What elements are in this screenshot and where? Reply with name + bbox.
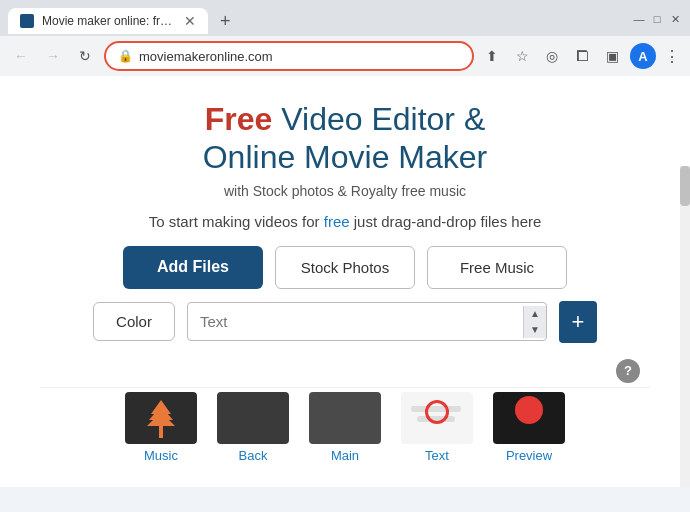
heading-line2: Online Movie Maker (40, 138, 650, 176)
text-input[interactable] (188, 303, 523, 340)
tab-music[interactable]: Music (125, 392, 197, 463)
main-heading: Free Video Editor & Online Movie Maker (40, 100, 650, 177)
svg-rect-0 (159, 424, 163, 438)
lock-icon: 🔒 (118, 49, 133, 63)
new-tab-button[interactable]: + (212, 6, 239, 36)
drag-text: To start making videos for free just dra… (40, 213, 650, 230)
help-button[interactable]: ? (616, 359, 640, 383)
color-button[interactable]: Color (93, 302, 175, 341)
preview-record-icon (515, 396, 543, 424)
scrollbar-track (680, 166, 690, 487)
drag-text-after: just drag-and-drop files here (350, 213, 542, 230)
plus-button[interactable]: + (559, 301, 597, 343)
window-controls: — □ ✕ (632, 12, 682, 30)
tools-row: Color ▲ ▼ + (40, 301, 650, 343)
tab-favicon (20, 14, 34, 28)
tab-text[interactable]: Text (401, 392, 473, 463)
music-tree-icon (143, 396, 179, 440)
address-bar[interactable]: 🔒 moviemakeronline.com (104, 41, 474, 71)
tab-preview-thumb (493, 392, 565, 444)
tab-bar: Movie maker online: free video e... ✕ + … (0, 0, 690, 36)
main-thumb-bg (309, 392, 381, 444)
heading-rest: Video Editor & (272, 101, 485, 137)
text-circle-icon (425, 400, 449, 424)
tab-text-label: Text (425, 448, 449, 463)
maximize-button[interactable]: □ (650, 12, 664, 26)
add-files-button[interactable]: Add Files (123, 246, 263, 289)
tab-preview[interactable]: Preview (493, 392, 565, 463)
tab-main-thumb (309, 392, 381, 444)
text-input-wrapper: ▲ ▼ (187, 302, 547, 341)
tab-main[interactable]: Main (309, 392, 381, 463)
subtitle: with Stock photos & Royalty free music (40, 183, 650, 199)
tab-close-button[interactable]: ✕ (184, 14, 196, 28)
close-window-button[interactable]: ✕ (668, 12, 682, 26)
tab-music-thumb (125, 392, 197, 444)
help-row: ? (40, 359, 650, 383)
address-bar-row: ← → ↻ 🔒 moviemakeronline.com ⬆ ☆ ◎ ⧠ ▣ A… (0, 36, 690, 76)
minimize-button[interactable]: — (632, 12, 646, 26)
tab-back-thumb (217, 392, 289, 444)
menu-button[interactable]: ⋮ (662, 47, 682, 66)
music-thumb-bg (125, 392, 197, 444)
profile-button[interactable]: A (630, 43, 656, 69)
back-button[interactable]: ← (8, 43, 34, 69)
tab-title: Movie maker online: free video e... (42, 14, 176, 28)
forward-button[interactable]: → (40, 43, 66, 69)
tab-back-label: Back (239, 448, 268, 463)
target-icon[interactable]: ◎ (540, 44, 564, 68)
active-tab[interactable]: Movie maker online: free video e... ✕ (8, 8, 208, 34)
preview-thumb-bg (493, 392, 565, 444)
tab-main-label: Main (331, 448, 359, 463)
bookmark-icon[interactable]: ☆ (510, 44, 534, 68)
tab-text-thumb (401, 392, 473, 444)
share-icon[interactable]: ⬆ (480, 44, 504, 68)
drag-text-before: To start making videos for (149, 213, 324, 230)
tab-music-label: Music (144, 448, 178, 463)
scrollbar-thumb[interactable] (680, 166, 690, 206)
sidebar-icon[interactable]: ▣ (600, 44, 624, 68)
back-thumb-bg (217, 392, 289, 444)
tab-preview-label: Preview (506, 448, 552, 463)
scroll-arrows: ▲ ▼ (523, 306, 546, 338)
main-buttons-row: Add Files Stock Photos Free Music (40, 246, 650, 289)
heading-line1: Free Video Editor & (40, 100, 650, 138)
reload-button[interactable]: ↻ (72, 43, 98, 69)
address-text: moviemakeronline.com (139, 49, 460, 64)
browser-chrome: Movie maker online: free video e... ✕ + … (0, 0, 690, 76)
bottom-tabs: Music Back Main Text (40, 387, 650, 471)
page-content: Free Video Editor & Online Movie Maker w… (0, 76, 690, 487)
free-music-button[interactable]: Free Music (427, 246, 567, 289)
drag-free-link[interactable]: free (324, 213, 350, 230)
text-thumb-bg (401, 392, 473, 444)
heading-free: Free (205, 101, 273, 137)
scroll-down-arrow[interactable]: ▼ (524, 322, 546, 338)
scroll-up-arrow[interactable]: ▲ (524, 306, 546, 322)
tab-back[interactable]: Back (217, 392, 289, 463)
extensions-icon[interactable]: ⧠ (570, 44, 594, 68)
stock-photos-button[interactable]: Stock Photos (275, 246, 415, 289)
toolbar-icons: ⬆ ☆ ◎ ⧠ ▣ A ⋮ (480, 43, 682, 69)
